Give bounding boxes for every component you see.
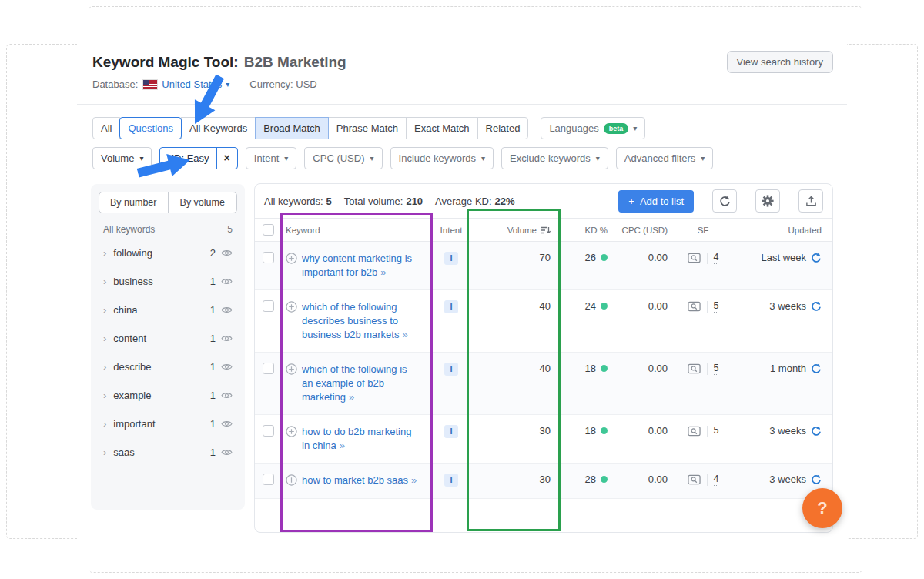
chevron-right-icon[interactable]: › [103,447,106,458]
tab-related[interactable]: Related [477,117,529,139]
intent-column-header[interactable]: Intent [434,226,469,235]
refresh-icon[interactable] [811,363,822,374]
chevron-down-icon[interactable]: ▾ [226,80,229,89]
volume-column-header[interactable]: Volume [469,226,561,235]
open-keyword-icon[interactable]: » [402,329,407,340]
sf-count[interactable]: 5 [714,363,719,375]
select-all-checkbox[interactable] [263,224,274,236]
chevron-right-icon[interactable]: › [103,304,106,316]
eye-icon[interactable] [221,363,233,371]
open-keyword-icon[interactable]: » [411,474,417,486]
kd-filter-chip[interactable]: KD: Easy × [159,147,237,169]
close-icon[interactable]: × [216,148,237,169]
chevron-right-icon[interactable]: › [103,247,106,259]
serp-features-icon[interactable] [688,426,701,437]
kd-column-header[interactable]: KD % [561,226,615,235]
include-keywords-dropdown[interactable]: Include keywords ▾ [390,147,494,169]
keyword-text: which of the following describes busines… [302,301,399,340]
keyword-link[interactable]: which of the following describes busines… [302,300,419,342]
eye-icon[interactable] [221,448,233,457]
refresh-icon[interactable] [811,253,822,263]
updated-column-header[interactable]: Updated [729,226,832,235]
keyword-group-item[interactable]: › china 1 [99,296,237,324]
eye-icon[interactable] [221,334,233,343]
cpc-column-header[interactable]: CPC (USD) [615,226,677,235]
keyword-group-item[interactable]: › saas 1 [99,438,237,467]
refresh-button[interactable] [712,189,737,213]
tab-all-keywords[interactable]: All Keywords [181,117,256,139]
add-keyword-icon[interactable] [286,253,297,266]
eye-icon[interactable] [221,249,233,257]
add-to-list-button[interactable]: + Add to list [618,190,694,213]
keyword-group-item[interactable]: › important 1 [99,410,237,438]
keyword-column-header[interactable]: Keyword [281,226,434,235]
volume-filter-dropdown[interactable]: Volume ▾ [92,147,152,169]
row-checkbox[interactable] [263,252,274,263]
keyword-group-item[interactable]: › following 2 [99,239,237,267]
serp-features-icon[interactable] [688,474,701,485]
keyword-link[interactable]: how to do b2b marketing in china» [302,425,419,453]
all-keywords-row[interactable]: All keywords 5 [99,213,237,239]
intent-badge[interactable]: I [444,363,457,376]
help-button[interactable]: ? [802,488,842,528]
intent-badge[interactable]: I [444,474,457,487]
add-keyword-icon[interactable] [286,426,297,440]
tab-exact-match[interactable]: Exact Match [406,117,478,139]
tab-questions[interactable]: Questions [119,117,182,139]
serp-features-icon[interactable] [688,301,701,312]
cpc-filter-dropdown[interactable]: CPC (USD) ▾ [304,147,382,169]
row-checkbox[interactable] [263,300,274,312]
keyword-group-item[interactable]: › example 1 [99,381,237,410]
open-keyword-icon[interactable]: » [340,440,345,451]
open-keyword-icon[interactable]: » [380,266,386,278]
intent-badge[interactable]: I [444,300,457,313]
eye-icon[interactable] [221,391,233,400]
intent-filter-dropdown[interactable]: Intent ▾ [246,147,297,169]
row-checkbox[interactable] [263,425,274,437]
keyword-link[interactable]: how to market b2b saas» [302,474,419,487]
refresh-icon[interactable] [811,426,822,437]
eye-icon[interactable] [221,306,233,314]
sf-count[interactable]: 4 [714,252,719,264]
exclude-keywords-dropdown[interactable]: Exclude keywords ▾ [501,147,608,169]
intent-badge[interactable]: I [444,252,457,265]
keyword-group-item[interactable]: › describe 1 [99,353,237,381]
keyword-group-item[interactable]: › content 1 [99,324,237,353]
refresh-icon[interactable] [811,301,822,312]
open-keyword-icon[interactable]: » [349,391,354,403]
sf-count[interactable]: 4 [714,474,719,486]
row-checkbox[interactable] [263,474,274,485]
settings-button[interactable] [755,189,780,213]
serp-features-icon[interactable] [688,253,701,263]
sf-count[interactable]: 5 [714,425,719,437]
chevron-right-icon[interactable]: › [103,418,106,430]
eye-icon[interactable] [221,277,233,286]
export-button[interactable] [798,189,823,213]
add-keyword-icon[interactable] [286,474,297,488]
advanced-filters-dropdown[interactable]: Advanced filters ▾ [616,147,714,169]
keyword-link[interactable]: why content marketing is important for b… [302,252,419,279]
chevron-right-icon[interactable]: › [103,361,106,373]
sf-column-header[interactable]: SF [677,226,729,235]
keyword-group-item[interactable]: › business 1 [99,267,237,296]
view-search-history-button[interactable]: View search history [727,51,833,73]
refresh-icon[interactable] [811,474,822,485]
chevron-right-icon[interactable]: › [103,333,106,344]
serp-features-icon[interactable] [688,363,701,374]
tab-phrase-match[interactable]: Phrase Match [328,117,407,139]
sf-count[interactable]: 5 [714,300,719,313]
languages-button[interactable]: Languages beta ▾ [541,117,645,139]
eye-icon[interactable] [221,420,233,428]
row-checkbox[interactable] [263,363,274,374]
tab-broad-match[interactable]: Broad Match [255,117,329,139]
add-keyword-icon[interactable] [286,363,297,377]
chevron-right-icon[interactable]: › [103,276,106,287]
by-number-button[interactable]: By number [99,192,169,213]
intent-badge[interactable]: I [444,425,457,438]
chevron-right-icon[interactable]: › [103,390,106,401]
keyword-link[interactable]: which of the following is an example of … [302,363,419,404]
by-volume-button[interactable]: By volume [168,192,238,213]
add-keyword-icon[interactable] [286,301,297,315]
database-selector[interactable]: United States [162,79,222,90]
tab-all[interactable]: All [92,117,120,139]
